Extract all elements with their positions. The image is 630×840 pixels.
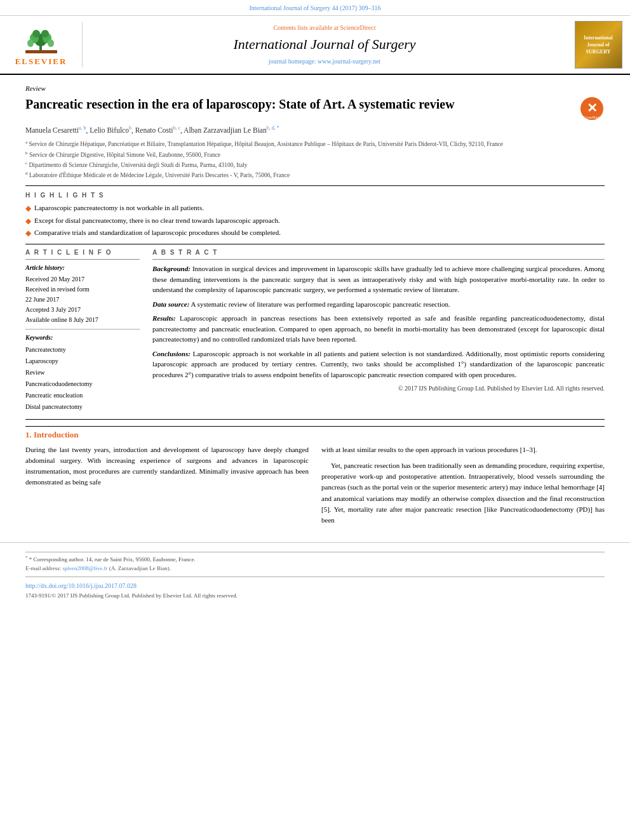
abstract-results: Results: Laparoscopic approach in pancre… [152, 313, 605, 345]
abstract-conclusions: Conclusions: Laparoscopic approach is no… [152, 349, 605, 380]
title-area: Pancreatic resection in the era of lapar… [25, 96, 605, 124]
highlight-bullet-icon: ◆ [25, 203, 31, 214]
affiliation-c: c Dipartimento di Scienze Chirurgiche, U… [25, 160, 605, 170]
journal-center-info: Contents lists available at ScienceDirec… [83, 23, 566, 66]
highlights-section: H I G H L I G H T S ◆ Laparoscopic pancr… [25, 191, 605, 239]
article-title: Pancreatic resection in the era of lapar… [25, 96, 573, 112]
section-header: 1. Introduction [25, 429, 605, 441]
elsevier-brand: ELSEVIER [15, 56, 67, 67]
intro-para-1: During the last twenty years, introducti… [25, 444, 309, 488]
intro-right-column: with at least similar results to the ope… [321, 444, 605, 530]
authors-line: Manuela Cesarettia, b, Lelio Bifulcob, R… [25, 124, 605, 135]
elsevier-tree-icon [22, 22, 60, 54]
copyright-line: © 2017 IJS Publishing Group Ltd. Publish… [152, 383, 605, 393]
highlights-title: H I G H L I G H T S [25, 191, 605, 200]
crossmark-badge: ✕ CrossMark [579, 96, 605, 124]
svg-text:✕: ✕ [587, 101, 598, 115]
corresponding-author-note: * * Corresponding author. 14, rue de Sai… [25, 552, 605, 564]
divider-thick-2 [25, 244, 605, 244]
journal-header: ELSEVIER Contents lists available at Sci… [0, 16, 630, 75]
keywords-label: Keywords: [25, 333, 140, 342]
abstract-column: A B S T R A C T Background: Innovation i… [152, 248, 605, 413]
highlight-bullet-icon: ◆ [25, 228, 31, 239]
sciencedirect-link: Contents lists available at ScienceDirec… [89, 23, 560, 32]
divider-thin-1 [25, 329, 140, 330]
highlight-item-3: ◆ Comparative trials and standardization… [25, 228, 605, 239]
elsevier-logo: ELSEVIER [0, 22, 83, 67]
abstract-data-source: Data source: A systematic review of lite… [152, 299, 605, 310]
abstract-header: A B S T R A C T [152, 248, 605, 260]
svg-rect-8 [25, 50, 57, 53]
divider-thick-3 [25, 419, 605, 420]
footer-divider-line [25, 577, 605, 580]
main-content: Review Pancreatic resection in the era o… [0, 75, 630, 536]
abstract-background: Background: Innovation in surgical devic… [152, 263, 605, 295]
svg-point-7 [41, 30, 49, 37]
article-type: Review [25, 80, 605, 93]
footer: * * Corresponding author. 14, rue de Sai… [0, 542, 630, 605]
highlight-bullet-icon: ◆ [25, 216, 31, 227]
abstract-content: Background: Innovation in surgical devic… [152, 263, 605, 393]
svg-point-5 [48, 39, 54, 47]
email-line: E-mail address: spleen2008@live.fr (A. Z… [25, 564, 605, 573]
info-abstract-columns: A R T I C L E I N F O Article history: R… [25, 248, 605, 413]
journal-title: International Journal of Surgery [89, 35, 560, 55]
highlight-item-1: ◆ Laparoscopic pancreatectomy is not wor… [25, 203, 605, 214]
issn-line: 1743-9191/© 2017 IJS Publishing Group Lt… [25, 592, 605, 600]
introduction-body: During the last twenty years, introducti… [25, 444, 605, 530]
affiliations: a Service de Chirurgie Hépatique, Pancré… [25, 139, 605, 180]
affiliation-a: a Service de Chirurgie Hépatique, Pancré… [25, 139, 605, 149]
affiliation-b: b Service de Chirurgie Digestive, Hôpita… [25, 150, 605, 159]
journal-homepage: journal homepage: www.journal-surgery.ne… [89, 57, 560, 66]
page: International Journal of Surgery 44 (201… [0, 0, 630, 840]
history-dates: Received 20 May 2017 Received in revised… [25, 274, 140, 325]
highlight-item-2: ◆ Except for distal pancreatectomy, ther… [25, 216, 605, 227]
intro-left-column: During the last twenty years, introducti… [25, 444, 309, 530]
journal-cover-image: International Journal ofSURGERY [575, 21, 622, 69]
journal-cover: International Journal ofSURGERY [566, 21, 630, 69]
svg-text:CrossMark: CrossMark [584, 116, 601, 119]
svg-point-4 [27, 39, 34, 47]
intro-right-para-2: Yet, pancreatic resection has been tradi… [321, 460, 605, 525]
svg-point-6 [32, 30, 40, 37]
introduction-section: 1. Introduction During the last twenty y… [25, 426, 605, 531]
history-label: Article history: [25, 263, 140, 272]
article-info-header: A R T I C L E I N F O [25, 248, 140, 260]
article-info-column: A R T I C L E I N F O Article history: R… [25, 248, 140, 413]
keywords-list: Pancreatectomy Laparoscopy Review Pancre… [25, 344, 140, 413]
journal-citation: International Journal of Surgery 44 (201… [0, 0, 630, 16]
intro-right-para-1: with at least similar results to the ope… [321, 444, 605, 455]
crossmark-icon: ✕ CrossMark [579, 96, 605, 121]
affiliation-d: d Laboratoire d'Éthique Médicale et de M… [25, 170, 605, 180]
article-history: Article history: Received 20 May 2017 Re… [25, 263, 140, 413]
divider-thick-1 [25, 185, 605, 186]
doi-link[interactable]: http://dx.doi.org/10.1016/j.ijsu.2017.07… [25, 582, 605, 590]
